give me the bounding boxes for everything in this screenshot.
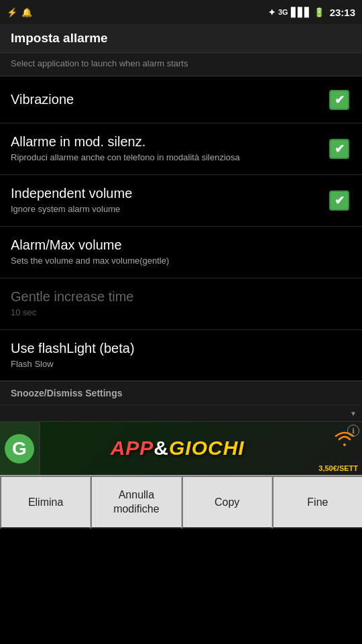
setting-alarm-max-title: Alarm/Max volume: [11, 237, 345, 253]
setting-allarme-sub: Riproduci allarme anche con telefono in …: [11, 152, 320, 164]
signal-icon: ▋▋▋: [291, 7, 311, 17]
annulla-button[interactable]: Annulla modifiche: [90, 476, 181, 529]
3g-icon: 3G: [278, 8, 288, 16]
setting-flash-title: Use flashLight (beta): [11, 341, 345, 356]
bottom-bar: Elimina Annulla modifiche Copy Fine: [0, 475, 362, 529]
ad-price: 3,50€/SETT: [318, 464, 358, 472]
battery-icon: 🔋: [314, 7, 324, 17]
fine-button[interactable]: Fine: [272, 476, 362, 529]
clock: 23:13: [330, 7, 355, 18]
ad-main: APP&GIOCHI: [40, 422, 314, 475]
ad-g-icon: G: [0, 422, 40, 475]
setting-alarm-max-sub: Sets the volume and max volume(gentle): [11, 256, 345, 267]
setting-flash-sub: Flash Slow: [11, 359, 345, 370]
setting-independent-title: Independent volume: [11, 186, 320, 201]
scroll-indicator: ▼: [350, 410, 357, 417]
setting-independent-sub: Ignore system alarm volume: [11, 204, 320, 215]
checkbox-independent[interactable]: ✔: [327, 189, 351, 213]
ad-title: APP&GIOCHI: [111, 437, 245, 460]
section-header-label: Snooze/Dismiss Settings: [11, 388, 122, 398]
setting-alarm-max[interactable]: Alarm/Max volume Sets the volume and max…: [0, 227, 362, 278]
scroll-area: ▼: [0, 405, 362, 421]
setting-allarme-title: Allarme in mod. silenz.: [11, 134, 320, 150]
setting-gentle-title: Gentle increase time: [11, 289, 345, 305]
ad-banner[interactable]: G APP&GIOCHI ℹ 3,50€/SETT: [0, 421, 362, 475]
setting-vibrazione[interactable]: Vibrazione ✔: [0, 76, 362, 123]
title-bar: Imposta allarme: [0, 24, 362, 53]
subtitle-text: Select application to launch when alarm …: [11, 58, 188, 68]
page-title: Imposta allarme: [11, 31, 108, 45]
setting-gentle[interactable]: Gentle increase time 10 sec: [0, 278, 362, 330]
checkbox-vibrazione[interactable]: ✔: [327, 88, 351, 112]
status-bar: ⚡ 🔔 ✦ 3G ▋▋▋ 🔋 23:13: [0, 0, 362, 24]
setting-independent-volume[interactable]: Independent volume Ignore system alarm v…: [0, 175, 362, 227]
ad-content: G APP&GIOCHI ℹ 3,50€/SETT: [0, 422, 362, 475]
setting-vibrazione-title: Vibrazione: [11, 92, 320, 107]
setting-gentle-sub: 10 sec: [11, 307, 345, 319]
subtitle-bar: Select application to launch when alarm …: [0, 53, 362, 76]
usb-icon: ⚡: [7, 7, 17, 17]
setting-allarme-silenz[interactable]: Allarme in mod. silenz. Riproduci allarm…: [0, 123, 362, 175]
status-right-icons: ✦ 3G ▋▋▋ 🔋 23:13: [268, 7, 355, 18]
status-left-icons: ⚡ 🔔: [7, 7, 32, 17]
setting-flashlight[interactable]: Use flashLight (beta) Flash Slow: [0, 330, 362, 382]
elimina-button[interactable]: Elimina: [0, 476, 90, 529]
notification-icon: 🔔: [21, 7, 32, 17]
ad-right: ℹ 3,50€/SETT: [314, 422, 362, 475]
copy-button[interactable]: Copy: [182, 476, 272, 529]
checkbox-allarme[interactable]: ✔: [327, 137, 351, 161]
settings-list: Vibrazione ✔ Allarme in mod. silenz. Rip…: [0, 76, 362, 381]
bluetooth-icon: ✦: [268, 7, 276, 17]
section-header-snooze: Snooze/Dismiss Settings: [0, 381, 362, 405]
